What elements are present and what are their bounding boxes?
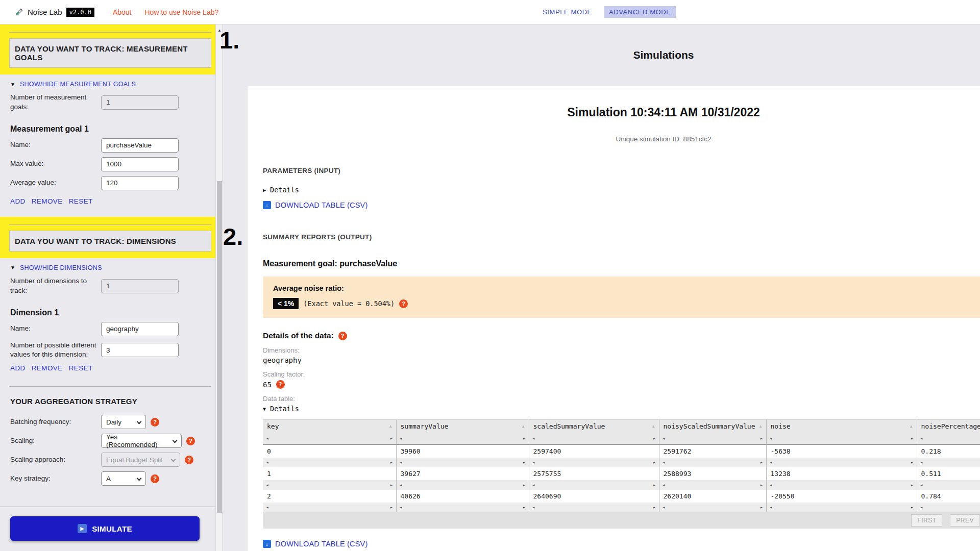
scroll-left-icon[interactable]: ◄ — [770, 505, 772, 509]
help-icon[interactable]: ? — [185, 456, 193, 464]
help-icon[interactable]: ? — [186, 437, 195, 445]
scroll-right-icon[interactable]: ► — [523, 436, 526, 441]
goal-name-input[interactable] — [101, 138, 179, 153]
scroll-right-icon[interactable]: ► — [761, 436, 763, 441]
scrollbar-thumb[interactable] — [217, 181, 222, 513]
scroll-right-icon[interactable]: ► — [653, 505, 656, 509]
cell-scrollbar[interactable]: ◄► — [529, 480, 659, 490]
help-icon[interactable]: ? — [399, 299, 408, 308]
scroll-right-icon[interactable]: ► — [653, 460, 656, 465]
column-header[interactable]: noisyScaledSummaryValue▲ — [659, 420, 766, 433]
scroll-left-icon[interactable]: ◄ — [920, 436, 923, 441]
scroll-left-icon[interactable]: ◄ — [770, 483, 772, 487]
toggle-measurement-goals[interactable]: ▼ SHOW/HIDE MEASUREMENT GOALS — [0, 81, 215, 88]
download-table-link[interactable]: ↓ DOWNLOAD TABLE (CSV) — [263, 540, 980, 548]
scroll-left-icon[interactable]: ◄ — [663, 436, 665, 441]
simple-mode-button[interactable]: SIMPLE MODE — [543, 8, 592, 16]
scroll-left-icon[interactable]: ◄ — [663, 505, 665, 509]
scroll-left-icon[interactable]: ◄ — [532, 460, 535, 465]
first-page-button[interactable]: FIRST — [911, 514, 942, 527]
advanced-mode-button[interactable]: ADVANCED MODE — [604, 6, 676, 18]
scaling-select[interactable]: Yes (Recommended) — [101, 434, 182, 448]
scroll-left-icon[interactable]: ◄ — [400, 505, 402, 509]
help-icon[interactable]: ? — [338, 332, 347, 340]
scroll-right-icon[interactable]: ► — [911, 436, 914, 441]
cell-scrollbar[interactable]: ◄► — [917, 503, 980, 512]
scroll-right-icon[interactable]: ► — [653, 436, 656, 441]
scroll-left-icon[interactable]: ◄ — [920, 505, 923, 509]
cell-scrollbar[interactable]: ◄► — [396, 433, 529, 444]
column-header[interactable]: key▲ — [263, 420, 396, 433]
scroll-right-icon[interactable]: ► — [911, 505, 914, 509]
cell-scrollbar[interactable]: ◄► — [396, 458, 529, 467]
scroll-left-icon[interactable]: ◄ — [770, 460, 772, 465]
scroll-right-icon[interactable]: ► — [761, 460, 763, 465]
cell-scrollbar[interactable]: ◄► — [917, 458, 980, 467]
cell-scrollbar[interactable]: ◄► — [659, 433, 766, 444]
key-strategy-select[interactable]: A — [101, 471, 146, 486]
help-icon[interactable]: ? — [151, 474, 159, 483]
about-link[interactable]: About — [113, 8, 132, 16]
table-details-toggle[interactable]: ▼ Details — [263, 405, 980, 413]
batching-frequency-select[interactable]: Daily — [101, 415, 146, 429]
scroll-left-icon[interactable]: ◄ — [920, 483, 923, 487]
scroll-left-icon[interactable]: ◄ — [266, 483, 268, 487]
scroll-right-icon[interactable]: ► — [911, 483, 914, 487]
cell-scrollbar[interactable]: ◄► — [529, 458, 659, 467]
dimension-values-input[interactable] — [101, 343, 179, 357]
cell-scrollbar[interactable]: ◄► — [396, 480, 529, 490]
remove-goal-button[interactable]: REMOVE — [32, 197, 63, 205]
reset-dimensions-button[interactable]: RESET — [69, 364, 93, 372]
cell-scrollbar[interactable]: ◄► — [917, 480, 980, 490]
goal-avg-input[interactable] — [101, 176, 179, 190]
sidebar-scrollbar[interactable]: ▲ — [215, 24, 223, 551]
cell-scrollbar[interactable]: ◄► — [766, 503, 917, 512]
cell-scrollbar[interactable]: ◄► — [263, 433, 396, 444]
dimension-name-input[interactable] — [101, 322, 179, 336]
scroll-right-icon[interactable]: ► — [390, 483, 393, 487]
cell-scrollbar[interactable]: ◄► — [766, 433, 917, 444]
scroll-right-icon[interactable]: ► — [390, 460, 393, 465]
column-header[interactable]: noisePercentage▲ — [917, 420, 980, 433]
scroll-right-icon[interactable]: ► — [911, 460, 914, 465]
scroll-right-icon[interactable]: ► — [761, 505, 763, 509]
add-goal-button[interactable]: ADD — [10, 197, 26, 205]
add-dimension-button[interactable]: ADD — [10, 364, 26, 372]
cell-scrollbar[interactable]: ◄► — [263, 503, 396, 512]
cell-scrollbar[interactable]: ◄► — [659, 480, 766, 490]
scroll-right-icon[interactable]: ► — [523, 505, 526, 509]
scroll-right-icon[interactable]: ► — [761, 483, 763, 487]
cell-scrollbar[interactable]: ◄► — [396, 503, 529, 512]
help-icon[interactable]: ? — [276, 380, 285, 389]
scroll-left-icon[interactable]: ◄ — [266, 460, 268, 465]
scroll-right-icon[interactable]: ► — [390, 436, 393, 441]
help-icon[interactable]: ? — [151, 418, 159, 427]
scroll-left-icon[interactable]: ◄ — [400, 460, 402, 465]
scroll-right-icon[interactable]: ► — [523, 460, 526, 465]
parameters-details-toggle[interactable]: ▶ Details — [263, 186, 980, 194]
cell-scrollbar[interactable]: ◄► — [263, 480, 396, 490]
toggle-dimensions[interactable]: ▼ SHOW/HIDE DIMENSIONS — [0, 264, 215, 271]
cell-scrollbar[interactable]: ◄► — [263, 458, 396, 467]
column-header[interactable]: noise▲ — [766, 420, 917, 433]
scroll-left-icon[interactable]: ◄ — [663, 460, 665, 465]
cell-scrollbar[interactable]: ◄► — [659, 503, 766, 512]
cell-scrollbar[interactable]: ◄► — [659, 458, 766, 467]
column-header[interactable]: summaryValue▲ — [396, 420, 529, 433]
goal-max-input[interactable] — [101, 157, 179, 171]
remove-dimension-button[interactable]: REMOVE — [32, 364, 63, 372]
scroll-left-icon[interactable]: ◄ — [266, 505, 268, 509]
prev-page-button[interactable]: PREV — [950, 514, 980, 527]
scroll-left-icon[interactable]: ◄ — [400, 436, 402, 441]
scroll-left-icon[interactable]: ◄ — [920, 460, 923, 465]
scroll-left-icon[interactable]: ◄ — [663, 483, 665, 487]
scroll-left-icon[interactable]: ◄ — [532, 483, 535, 487]
download-parameters-link[interactable]: ↓ DOWNLOAD TABLE (CSV) — [263, 201, 980, 209]
scroll-left-icon[interactable]: ◄ — [770, 436, 772, 441]
howto-link[interactable]: How to use Noise Lab? — [145, 8, 219, 16]
scroll-left-icon[interactable]: ◄ — [532, 505, 535, 509]
scroll-left-icon[interactable]: ◄ — [532, 436, 535, 441]
reset-goals-button[interactable]: RESET — [69, 197, 93, 205]
cell-scrollbar[interactable]: ◄► — [766, 458, 917, 467]
cell-scrollbar[interactable]: ◄► — [766, 480, 917, 490]
